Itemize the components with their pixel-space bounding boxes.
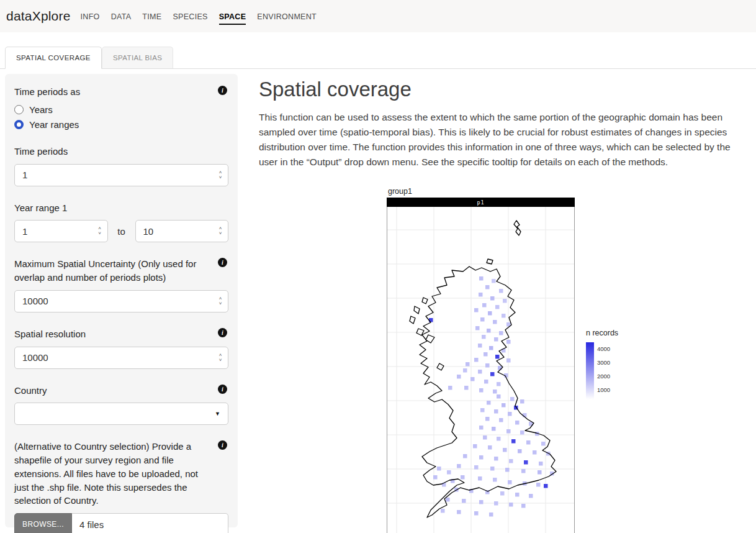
plot-group-label: group1 xyxy=(387,187,575,196)
legend-ticks: 4000 3000 2000 1000 xyxy=(597,342,622,399)
nav-item-info[interactable]: INFO xyxy=(81,9,100,25)
spinner-control[interactable]: ˄˅ xyxy=(216,349,225,367)
year-range-group: Year range 1 ˄˅ to ˄˅ xyxy=(14,201,228,243)
info-icon[interactable]: i xyxy=(218,258,227,267)
file-upload-text: 4 files xyxy=(72,513,228,533)
radio-years[interactable]: Years xyxy=(14,104,228,115)
info-icon[interactable]: i xyxy=(218,385,227,394)
time-periods-label: Time periods xyxy=(14,146,68,157)
spinner-down-icon[interactable]: ˅ xyxy=(219,175,222,180)
legend-tick: 4000 xyxy=(597,346,610,352)
time-periods-group: Time periods ˄˅ xyxy=(14,145,228,186)
radio-dot xyxy=(14,105,24,114)
nav-items: INFO DATA TIME SPECIES SPACE ENVIRONMENT xyxy=(81,9,317,25)
time-periods-as-group: Time periods as i Years Year ranges xyxy=(14,85,228,130)
radio-year-ranges[interactable]: Year ranges xyxy=(14,119,228,130)
main-panel: Spatial coverage This function can be us… xyxy=(259,74,751,533)
uk-coastline xyxy=(410,221,556,517)
info-icon[interactable]: i xyxy=(218,328,227,337)
shapefile-group: (Alternative to Country selection) Provi… xyxy=(14,440,228,533)
app-brand: dataXplore xyxy=(6,9,71,24)
spatial-resolution-group: Spatial resolution i ˄˅ xyxy=(14,327,228,369)
plot-legend: n records 4000 3000 2000 1000 xyxy=(586,329,623,533)
year-range-to-input[interactable] xyxy=(135,220,229,242)
radio-year-ranges-label: Year ranges xyxy=(29,119,79,130)
spinner-control[interactable]: ˄˅ xyxy=(216,222,225,240)
legend-tick: 2000 xyxy=(597,373,610,380)
chevron-down-icon: ▼ xyxy=(215,411,220,417)
uk-map-svg xyxy=(387,207,574,533)
top-navbar: dataXplore INFO DATA TIME SPECIES SPACE … xyxy=(0,0,756,32)
nav-item-space[interactable]: SPACE xyxy=(219,9,246,25)
spinner-control[interactable]: ˄˅ xyxy=(96,222,104,240)
page-title: Spatial coverage xyxy=(259,78,751,101)
legend-tick: 3000 xyxy=(597,360,610,366)
max-uncertainty-input[interactable] xyxy=(14,290,228,312)
sidebar-panel: Time periods as i Years Year ranges Time… xyxy=(5,74,238,527)
spatial-resolution-label: Spatial resolution xyxy=(14,329,86,339)
radio-years-label: Years xyxy=(29,104,53,115)
info-icon[interactable]: i xyxy=(218,86,227,95)
spinner-down-icon[interactable]: ˅ xyxy=(219,301,222,306)
country-select[interactable]: ▼ xyxy=(14,403,228,425)
time-periods-input[interactable] xyxy=(14,164,228,186)
spinner-control[interactable]: ˄˅ xyxy=(216,293,225,310)
year-range-from-input[interactable] xyxy=(14,220,108,242)
legend-title: n records xyxy=(586,329,623,337)
time-periods-as-label: Time periods as xyxy=(14,86,80,97)
legend-gradient xyxy=(586,342,594,399)
country-group: Country i ▼ xyxy=(14,384,228,426)
spinner-down-icon[interactable]: ˅ xyxy=(98,231,101,236)
plot-panel-strip: p1 xyxy=(387,198,575,207)
tab-spatial-coverage[interactable]: SPATIAL COVERAGE xyxy=(5,47,102,69)
radio-dot xyxy=(14,120,24,129)
spinner-down-icon[interactable]: ˅ xyxy=(219,358,222,363)
plot-wrapper: group1 p1 xyxy=(259,187,751,533)
shapefile-label: (Alternative to Country selection) Provi… xyxy=(14,441,198,506)
nav-item-data[interactable]: DATA xyxy=(111,9,132,25)
max-uncertainty-label: Maximum Spatial Uncertainty (Only used f… xyxy=(14,258,196,283)
browse-button[interactable]: Browse... xyxy=(14,513,72,533)
legend-tick: 1000 xyxy=(597,387,610,393)
tab-bar: SPATIAL COVERAGE SPATIAL BIAS xyxy=(0,47,756,69)
map-cells xyxy=(429,276,554,517)
country-label: Country xyxy=(14,385,47,396)
spatial-resolution-input[interactable] xyxy=(14,347,228,369)
tab-spatial-bias[interactable]: SPATIAL BIAS xyxy=(102,47,173,68)
nav-item-environment[interactable]: ENVIRONMENT xyxy=(257,9,317,25)
max-uncertainty-group: Maximum Spatial Uncertainty (Only used f… xyxy=(14,257,228,312)
info-icon[interactable]: i xyxy=(218,440,227,450)
year-range-label: Year range 1 xyxy=(14,203,67,213)
spinner-down-icon[interactable]: ˅ xyxy=(219,231,222,236)
nav-item-time[interactable]: TIME xyxy=(142,9,161,25)
spinner-control[interactable]: ˄˅ xyxy=(216,166,225,184)
nav-item-species[interactable]: SPECIES xyxy=(173,9,207,25)
plot-panel xyxy=(387,207,575,533)
content-area: Time periods as i Years Year ranges Time… xyxy=(0,69,756,532)
year-range-to-word: to xyxy=(108,226,135,237)
page-description: This function can be used to assess the … xyxy=(259,110,750,170)
coverage-plot: group1 p1 xyxy=(387,187,575,533)
